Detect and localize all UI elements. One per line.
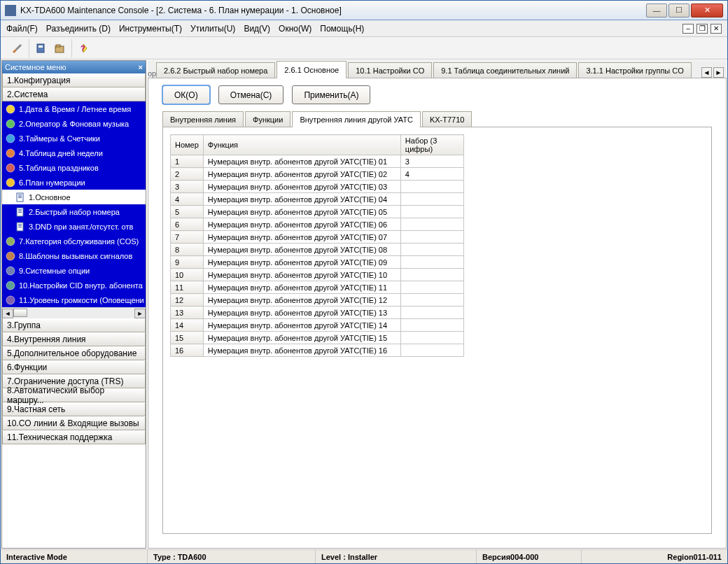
cell-func[interactable]: Нумерация внутр. абонентов другой УАТС(T… <box>203 269 400 281</box>
cell-dial[interactable] <box>400 206 463 218</box>
tree-node-7[interactable]: 8.Шаблоны вызывных сигналов <box>2 248 146 263</box>
sub-tabstrip: Внутренняя линияФункцииВнутренняя линия … <box>148 111 726 127</box>
tree-node-8[interactable]: 9.Системные опции <box>2 263 146 278</box>
tree-node-1[interactable]: 2.Оператор & Фоновая музыка <box>2 116 146 131</box>
cell-func[interactable]: Нумерация внутр. абонентов другой УАТС(T… <box>203 218 400 231</box>
cell-dial[interactable] <box>400 294 463 306</box>
tree-node-3[interactable]: 4.Таблица дней недели <box>2 146 146 160</box>
section-bottom-2[interactable]: 5.Дополнительное оборудование <box>2 346 146 360</box>
cell-func[interactable]: Нумерация внутр. абонентов другой УАТС(T… <box>203 168 400 181</box>
minimize-button[interactable]: — <box>646 3 667 17</box>
tree-icon <box>5 236 16 247</box>
sub-tab-3[interactable]: KX-T7710 <box>422 111 472 127</box>
cell-func[interactable]: Нумерация внутр. абонентов другой УАТС(T… <box>203 306 400 319</box>
cell-func[interactable]: Нумерация внутр. абонентов другой УАТС(T… <box>203 206 400 218</box>
tree-child-5-0[interactable]: 1.Основное <box>2 190 146 204</box>
cell-dial[interactable] <box>400 193 463 206</box>
cell-dial[interactable] <box>400 218 463 231</box>
cell-dial[interactable] <box>400 269 463 281</box>
main-tab-3[interactable]: 9.1 Таблица соединительных линий <box>433 62 577 78</box>
cell-dial[interactable] <box>400 231 463 244</box>
cell-dial[interactable] <box>400 281 463 294</box>
brush-tool-icon[interactable] <box>9 41 24 56</box>
help-icon[interactable]: ? <box>76 41 92 56</box>
scroll-left-icon[interactable]: ◄ <box>2 309 13 318</box>
table-row: 14Нумерация внутр. абонентов другой УАТС… <box>171 319 464 332</box>
tree-node-6[interactable]: 7.Категория обслуживания (COS) <box>2 234 146 248</box>
section-bottom-5[interactable]: 8.Автоматический выбор маршру... <box>2 388 146 402</box>
main-tab-1[interactable]: 2.6.1 Основное <box>276 61 346 78</box>
col-dial[interactable]: Набор (3 цифры) <box>400 135 463 155</box>
cell-func[interactable]: Нумерация внутр. абонентов другой УАТС(T… <box>203 332 400 344</box>
cancel-button[interactable]: Отмена(C) <box>218 85 284 104</box>
cell-func[interactable]: Нумерация внутр. абонентов другой УАТС(T… <box>203 181 400 193</box>
section-bottom-7[interactable]: 10.CO линии & Входящие вызовы <box>2 416 146 430</box>
main-tab-0[interactable]: 2.6.2 Быстрый набор номера <box>156 62 275 78</box>
tree-child-5-2[interactable]: 3.DND при занят./отсутст. отв <box>2 219 146 234</box>
tree-node-4[interactable]: 5.Таблица праздников <box>2 160 146 175</box>
apply-button[interactable]: Применить(A) <box>292 85 370 104</box>
cell-func[interactable]: Нумерация внутр. абонентов другой УАТС(T… <box>203 344 400 357</box>
menu-tools[interactable]: Инструменты(T) <box>119 24 182 34</box>
tree-node-9[interactable]: 10.Настройки CID внутр. абонента <box>2 278 146 292</box>
section-bottom-0[interactable]: 3.Группа <box>2 318 146 332</box>
table-row: 4Нумерация внутр. абонентов другой УАТС(… <box>171 193 464 206</box>
cell-func[interactable]: Нумерация внутр. абонентов другой УАТС(T… <box>203 244 400 256</box>
tab-nav-right[interactable]: ► <box>713 67 724 78</box>
section-top-0[interactable]: 1.Конфигурация <box>2 73 146 87</box>
ok-button[interactable]: ОК(O) <box>162 85 210 104</box>
cell-dial[interactable] <box>400 244 463 256</box>
sub-tab-0[interactable]: Внутренняя линия <box>162 111 244 127</box>
cell-func[interactable]: Нумерация внутр. абонентов другой УАТС(T… <box>203 281 400 294</box>
close-button[interactable]: ✕ <box>691 3 723 17</box>
scroll-right-icon[interactable]: ► <box>134 309 146 318</box>
mdi-close-button[interactable]: ✕ <box>710 24 722 34</box>
table-row: 3Нумерация внутр. абонентов другой УАТС(… <box>171 181 464 193</box>
sub-tab-1[interactable]: Функции <box>245 111 290 127</box>
tree-node-5[interactable]: 6.План нумерации <box>2 175 146 190</box>
section-bottom-3[interactable]: 6.Функции <box>2 360 146 374</box>
mdi-restore-button[interactable]: ❐ <box>696 24 708 34</box>
tab-nav-left[interactable]: ◄ <box>701 67 712 78</box>
cell-dial[interactable]: 4 <box>400 168 463 181</box>
cell-dial[interactable] <box>400 332 463 344</box>
tree-label: 3.Таймеры & Счетчики <box>19 134 100 143</box>
tree-node-0[interactable]: 1.Дата & Время / Летнее время <box>2 101 146 116</box>
section-bottom-1[interactable]: 4.Внутренняя линия <box>2 332 146 346</box>
menu-file[interactable]: Файл(F) <box>6 24 38 34</box>
tree-child-5-1[interactable]: 2.Быстрый набор номера <box>2 204 146 219</box>
col-func[interactable]: Функция <box>203 135 400 155</box>
cell-func[interactable]: Нумерация внутр. абонентов другой УАТС(T… <box>203 294 400 306</box>
menu-window[interactable]: Окно(W) <box>279 24 312 34</box>
cell-func[interactable]: Нумерация внутр. абонентов другой УАТС(T… <box>203 231 400 244</box>
menu-disconnect[interactable]: Разъединить (D) <box>46 24 111 34</box>
maximize-button[interactable]: ☐ <box>668 3 690 17</box>
menubar: Файл(F) Разъединить (D) Инструменты(T) У… <box>1 20 727 37</box>
main-tab-2[interactable]: 10.1 Настройки CO <box>348 62 432 78</box>
cell-func[interactable]: Нумерация внутр. абонентов другой УАТС(T… <box>203 155 400 168</box>
menu-help[interactable]: Помощь(H) <box>320 24 364 34</box>
sidebar-close-icon[interactable]: × <box>139 63 143 71</box>
cell-dial[interactable]: 3 <box>400 155 463 168</box>
save-to-pbx-icon[interactable] <box>34 41 49 56</box>
sidebar-scrollbar[interactable]: ◄ ► <box>2 307 146 318</box>
tree-node-10[interactable]: 11.Уровень громкости (Оповещени <box>2 292 146 307</box>
section-top-1[interactable]: 2.Система <box>2 87 146 101</box>
cell-dial[interactable] <box>400 319 463 332</box>
cell-func[interactable]: Нумерация внутр. абонентов другой УАТС(T… <box>203 256 400 269</box>
cell-func[interactable]: Нумерация внутр. абонентов другой УАТС(T… <box>203 319 400 332</box>
mdi-minimize-button[interactable]: – <box>682 24 694 34</box>
cell-dial[interactable] <box>400 306 463 319</box>
menu-view[interactable]: Вид(V) <box>244 24 270 34</box>
load-from-pbx-icon[interactable] <box>52 41 67 56</box>
sub-tab-2[interactable]: Внутренняя линия другой УАТС <box>292 111 421 127</box>
col-no[interactable]: Номер <box>171 135 204 155</box>
cell-dial[interactable] <box>400 181 463 193</box>
cell-dial[interactable] <box>400 344 463 357</box>
cell-func[interactable]: Нумерация внутр. абонентов другой УАТС(T… <box>203 193 400 206</box>
menu-utilities[interactable]: Утилиты(U) <box>190 24 235 34</box>
cell-dial[interactable] <box>400 256 463 269</box>
section-bottom-8[interactable]: 11.Техническая поддержка <box>2 430 146 444</box>
main-tab-4[interactable]: 3.1.1 Настройки группы CO <box>578 62 691 78</box>
tree-node-2[interactable]: 3.Таймеры & Счетчики <box>2 131 146 146</box>
